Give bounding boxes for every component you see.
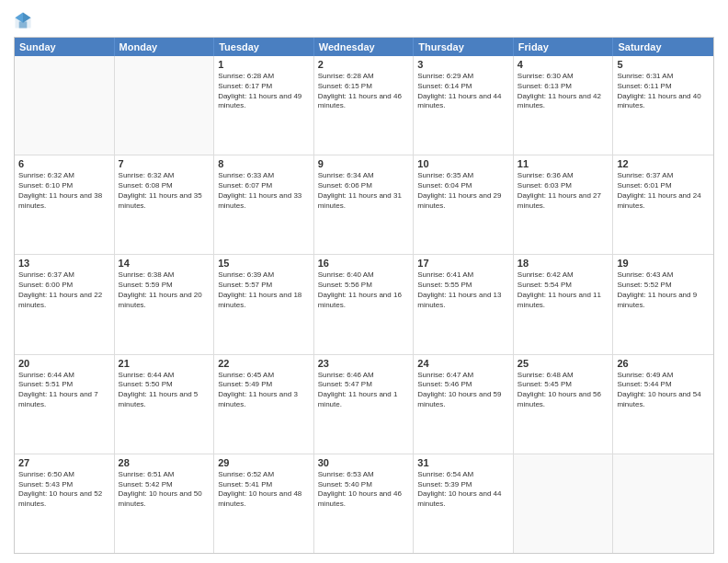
cell-content: Sunrise: 6:30 AM Sunset: 6:13 PM Dayligh… — [518, 72, 609, 111]
day-number: 27 — [18, 457, 110, 468]
calendar-cell: 26Sunrise: 6:49 AM Sunset: 5:44 PM Dayli… — [613, 355, 713, 454]
cell-content: Sunrise: 6:50 AM Sunset: 5:43 PM Dayligh… — [18, 470, 110, 510]
calendar-cell: 5Sunrise: 6:31 AM Sunset: 6:11 PM Daylig… — [613, 56, 713, 155]
day-number: 7 — [119, 158, 210, 169]
calendar-cell: 31Sunrise: 6:54 AM Sunset: 5:39 PM Dayli… — [414, 454, 514, 553]
svg-rect-3 — [19, 21, 28, 28]
calendar-cell: 9Sunrise: 6:34 AM Sunset: 6:06 PM Daylig… — [314, 155, 415, 254]
calendar-cell — [15, 56, 115, 155]
cell-content: Sunrise: 6:33 AM Sunset: 6:07 PM Dayligh… — [218, 171, 310, 211]
cell-content: Sunrise: 6:32 AM Sunset: 6:08 PM Dayligh… — [119, 171, 210, 211]
day-number: 10 — [417, 158, 509, 169]
calendar-cell: 6Sunrise: 6:32 AM Sunset: 6:10 PM Daylig… — [15, 155, 115, 254]
header-sunday: Sunday — [15, 38, 115, 56]
day-number: 9 — [318, 158, 410, 169]
header-friday: Friday — [514, 38, 614, 56]
day-number: 5 — [617, 59, 710, 70]
page-header — [14, 9, 714, 31]
calendar-cell: 18Sunrise: 6:42 AM Sunset: 5:54 PM Dayli… — [514, 255, 614, 353]
logo-icon — [14, 9, 32, 31]
day-number: 11 — [518, 158, 609, 169]
day-number: 16 — [318, 258, 410, 269]
cell-content: Sunrise: 6:43 AM Sunset: 5:52 PM Dayligh… — [617, 270, 710, 310]
day-number: 19 — [617, 258, 710, 269]
calendar-cell: 16Sunrise: 6:40 AM Sunset: 5:56 PM Dayli… — [314, 255, 415, 353]
day-number: 18 — [518, 258, 609, 269]
calendar-cell: 22Sunrise: 6:45 AM Sunset: 5:49 PM Dayli… — [214, 355, 314, 454]
cell-content: Sunrise: 6:44 AM Sunset: 5:51 PM Dayligh… — [18, 371, 110, 410]
calendar-cell: 3Sunrise: 6:29 AM Sunset: 6:14 PM Daylig… — [414, 56, 514, 155]
calendar-cell: 28Sunrise: 6:51 AM Sunset: 5:42 PM Dayli… — [115, 454, 215, 553]
header-saturday: Saturday — [613, 38, 713, 56]
calendar-cell: 29Sunrise: 6:52 AM Sunset: 5:41 PM Dayli… — [214, 454, 314, 553]
header-monday: Monday — [115, 38, 215, 56]
day-number: 3 — [417, 59, 509, 70]
day-number: 12 — [617, 158, 710, 169]
cell-content: Sunrise: 6:44 AM Sunset: 5:50 PM Dayligh… — [119, 371, 210, 410]
calendar-row-0: 1Sunrise: 6:28 AM Sunset: 6:17 PM Daylig… — [15, 56, 713, 155]
day-number: 28 — [119, 457, 210, 468]
calendar-cell: 30Sunrise: 6:53 AM Sunset: 5:40 PM Dayli… — [314, 454, 415, 553]
cell-content: Sunrise: 6:40 AM Sunset: 5:56 PM Dayligh… — [318, 270, 410, 310]
day-number: 25 — [518, 358, 609, 369]
cell-content: Sunrise: 6:46 AM Sunset: 5:47 PM Dayligh… — [318, 371, 410, 410]
calendar-cell: 23Sunrise: 6:46 AM Sunset: 5:47 PM Dayli… — [314, 355, 415, 454]
day-number: 22 — [218, 358, 310, 369]
cell-content: Sunrise: 6:54 AM Sunset: 5:39 PM Dayligh… — [417, 470, 509, 510]
header-thursday: Thursday — [414, 38, 514, 56]
day-number: 6 — [18, 158, 110, 169]
calendar-cell: 14Sunrise: 6:38 AM Sunset: 5:59 PM Dayli… — [115, 255, 215, 353]
day-number: 15 — [218, 258, 310, 269]
day-number: 21 — [119, 358, 210, 369]
cell-content: Sunrise: 6:42 AM Sunset: 5:54 PM Dayligh… — [518, 270, 609, 310]
calendar-row-2: 13Sunrise: 6:37 AM Sunset: 6:00 PM Dayli… — [15, 255, 713, 354]
day-number: 1 — [218, 59, 310, 70]
calendar-body: 1Sunrise: 6:28 AM Sunset: 6:17 PM Daylig… — [15, 56, 713, 553]
cell-content: Sunrise: 6:32 AM Sunset: 6:10 PM Dayligh… — [18, 171, 110, 211]
day-number: 17 — [417, 258, 509, 269]
cell-content: Sunrise: 6:41 AM Sunset: 5:55 PM Dayligh… — [417, 270, 509, 310]
cell-content: Sunrise: 6:36 AM Sunset: 6:03 PM Dayligh… — [518, 171, 609, 211]
calendar-cell — [115, 56, 215, 155]
calendar-cell: 15Sunrise: 6:39 AM Sunset: 5:57 PM Dayli… — [214, 255, 314, 353]
cell-content: Sunrise: 6:38 AM Sunset: 5:59 PM Dayligh… — [119, 270, 210, 310]
calendar-row-3: 20Sunrise: 6:44 AM Sunset: 5:51 PM Dayli… — [15, 355, 713, 454]
calendar: SundayMondayTuesdayWednesdayThursdayFrid… — [14, 37, 714, 554]
calendar-row-1: 6Sunrise: 6:32 AM Sunset: 6:10 PM Daylig… — [15, 155, 713, 255]
calendar-cell: 2Sunrise: 6:28 AM Sunset: 6:15 PM Daylig… — [314, 56, 415, 155]
day-number: 24 — [417, 358, 509, 369]
calendar-cell: 24Sunrise: 6:47 AM Sunset: 5:46 PM Dayli… — [414, 355, 514, 454]
calendar-cell: 19Sunrise: 6:43 AM Sunset: 5:52 PM Dayli… — [613, 255, 713, 353]
calendar-cell: 1Sunrise: 6:28 AM Sunset: 6:17 PM Daylig… — [214, 56, 314, 155]
cell-content: Sunrise: 6:48 AM Sunset: 5:45 PM Dayligh… — [518, 371, 609, 410]
calendar-cell: 25Sunrise: 6:48 AM Sunset: 5:45 PM Dayli… — [514, 355, 614, 454]
day-number: 8 — [218, 158, 310, 169]
day-number: 4 — [518, 59, 609, 70]
cell-content: Sunrise: 6:35 AM Sunset: 6:04 PM Dayligh… — [417, 171, 509, 211]
cell-content: Sunrise: 6:39 AM Sunset: 5:57 PM Dayligh… — [218, 270, 310, 310]
calendar-cell: 12Sunrise: 6:37 AM Sunset: 6:01 PM Dayli… — [613, 155, 713, 254]
calendar-cell: 11Sunrise: 6:36 AM Sunset: 6:03 PM Dayli… — [514, 155, 614, 254]
cell-content: Sunrise: 6:37 AM Sunset: 6:01 PM Dayligh… — [617, 171, 710, 211]
day-number: 20 — [18, 358, 110, 369]
logo — [14, 9, 34, 31]
cell-content: Sunrise: 6:28 AM Sunset: 6:17 PM Dayligh… — [218, 72, 310, 111]
calendar-cell: 4Sunrise: 6:30 AM Sunset: 6:13 PM Daylig… — [514, 56, 614, 155]
day-number: 14 — [119, 258, 210, 269]
header-tuesday: Tuesday — [214, 38, 314, 56]
calendar-header: SundayMondayTuesdayWednesdayThursdayFrid… — [15, 38, 713, 56]
cell-content: Sunrise: 6:28 AM Sunset: 6:15 PM Dayligh… — [318, 72, 410, 111]
day-number: 26 — [617, 358, 710, 369]
calendar-cell: 20Sunrise: 6:44 AM Sunset: 5:51 PM Dayli… — [15, 355, 115, 454]
day-number: 29 — [218, 457, 310, 468]
calendar-cell: 27Sunrise: 6:50 AM Sunset: 5:43 PM Dayli… — [15, 454, 115, 553]
header-wednesday: Wednesday — [314, 38, 415, 56]
cell-content: Sunrise: 6:52 AM Sunset: 5:41 PM Dayligh… — [218, 470, 310, 510]
calendar-cell: 7Sunrise: 6:32 AM Sunset: 6:08 PM Daylig… — [115, 155, 215, 254]
calendar-cell: 21Sunrise: 6:44 AM Sunset: 5:50 PM Dayli… — [115, 355, 215, 454]
cell-content: Sunrise: 6:47 AM Sunset: 5:46 PM Dayligh… — [417, 371, 509, 410]
cell-content: Sunrise: 6:29 AM Sunset: 6:14 PM Dayligh… — [417, 72, 509, 111]
cell-content: Sunrise: 6:45 AM Sunset: 5:49 PM Dayligh… — [218, 371, 310, 410]
day-number: 2 — [318, 59, 410, 70]
calendar-cell: 10Sunrise: 6:35 AM Sunset: 6:04 PM Dayli… — [414, 155, 514, 254]
